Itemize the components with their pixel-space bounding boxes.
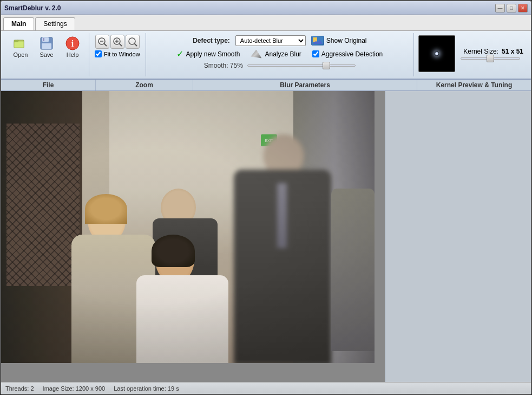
tab-settings[interactable]: Settings xyxy=(35,17,75,30)
right-panel xyxy=(385,91,531,382)
kernel-dot xyxy=(435,51,439,56)
show-original-label: Show Original xyxy=(326,37,367,44)
toolbar-zoom-section: Fit to Window xyxy=(89,33,146,76)
analyze-icon xyxy=(251,50,261,59)
svg-line-16 xyxy=(134,44,137,47)
analyze-blur-label: Analyze Blur xyxy=(265,50,301,58)
kernel-preview xyxy=(418,35,455,72)
open-label: Open xyxy=(14,51,28,58)
toolbar-blur-section: Defect type: Auto-detect Blur Motion Blu… xyxy=(146,33,414,76)
show-original-button[interactable]: Show Original xyxy=(311,36,367,46)
kernel-controls: Kernel Size: 51 x 51 xyxy=(461,48,523,60)
photo-warm-overlay xyxy=(1,91,375,363)
last-operation-status: Last operation time: 19 s xyxy=(114,385,179,392)
svg-rect-4 xyxy=(43,38,44,41)
svg-line-9 xyxy=(104,44,107,47)
help-icon: i xyxy=(65,36,80,51)
kernel-slider-row xyxy=(461,57,523,60)
aggressive-detection-option[interactable]: Aggressive Detection xyxy=(312,50,383,58)
image-size-status: Image Size: 1200 x 900 xyxy=(43,385,106,392)
title-bar: SmartDeblur v. 2.0 — □ ✕ xyxy=(1,1,531,15)
svg-rect-5 xyxy=(42,43,51,49)
analyze-blur-button[interactable]: Analyze Blur xyxy=(251,50,301,59)
minimize-button[interactable]: — xyxy=(495,4,505,12)
section-labels: File Zoom Blur Parameters Kernel Preview… xyxy=(1,80,531,91)
toolbar: Open Save xyxy=(1,31,531,80)
kernel-size-value: 51 x 51 xyxy=(502,48,523,55)
zoom-section-label: Zoom xyxy=(96,80,193,90)
apply-smooth-button[interactable]: ✓ Apply new Smooth xyxy=(176,49,240,59)
save-label: Save xyxy=(40,51,53,58)
kernel-top: Kernel Size: 51 x 51 xyxy=(418,35,523,72)
help-button[interactable]: i Help xyxy=(61,34,84,60)
fit-to-window-label: Fit to Window xyxy=(104,51,140,57)
zoom-in-button[interactable] xyxy=(110,35,124,49)
aggressive-detection-label: Aggressive Detection xyxy=(321,50,383,58)
image-area: EXIT xyxy=(1,91,385,382)
app-window: SmartDeblur v. 2.0 — □ ✕ Main Settings xyxy=(0,0,532,395)
kernel-size-slider[interactable] xyxy=(461,57,520,60)
help-label: Help xyxy=(67,51,79,58)
fit-to-window-checkbox[interactable] xyxy=(95,50,102,57)
apply-smooth-label: Apply new Smooth xyxy=(186,50,240,58)
save-icon xyxy=(39,36,54,51)
maximize-button[interactable]: □ xyxy=(507,4,516,12)
kernel-size-label: Kernel Size: xyxy=(463,48,498,55)
zoom-out-button[interactable] xyxy=(95,35,109,49)
svg-rect-1 xyxy=(14,40,18,42)
title-text: SmartDeblur v. 2.0 xyxy=(4,4,61,12)
aggressive-detection-checkbox[interactable] xyxy=(312,50,319,57)
defect-type-label: Defect type: xyxy=(193,37,230,44)
svg-text:i: i xyxy=(71,39,74,48)
apply-smooth-check-icon: ✓ xyxy=(176,49,183,59)
svg-point-15 xyxy=(129,38,135,44)
defect-type-row: Defect type: Auto-detect Blur Motion Blu… xyxy=(193,35,366,46)
show-original-icon xyxy=(311,36,324,46)
photo-pwl-hair xyxy=(85,194,127,224)
svg-line-12 xyxy=(119,44,122,47)
blur-params-section-label: Blur Parameters xyxy=(193,80,417,90)
photo-pwc-hair xyxy=(152,235,195,267)
close-button[interactable]: ✕ xyxy=(518,4,528,12)
apply-smooth-row: ✓ Apply new Smooth Analyze Blur Aggressi… xyxy=(176,49,383,59)
save-button[interactable]: Save xyxy=(35,34,58,60)
defect-type-select[interactable]: Auto-detect Blur Motion Blur Gaussian Bl… xyxy=(235,35,306,46)
zoom-buttons xyxy=(95,35,140,49)
threads-status: Threads: 2 xyxy=(5,385,34,392)
file-section-label: File xyxy=(1,80,96,90)
open-icon xyxy=(13,36,28,51)
main-content: EXIT xyxy=(1,91,531,382)
toolbar-file-section: Open Save xyxy=(4,33,89,76)
svg-point-20 xyxy=(314,38,316,40)
smooth-label: Smooth: 75% xyxy=(204,62,243,69)
smooth-row: Smooth: 75% xyxy=(204,62,356,69)
status-bar: Threads: 2 Image Size: 1200 x 900 Last o… xyxy=(1,382,531,394)
kernel-section-label: Kernel Preview & Tuning xyxy=(417,80,531,90)
window-controls: — □ ✕ xyxy=(495,4,528,12)
open-button[interactable]: Open xyxy=(9,34,32,60)
smooth-slider[interactable] xyxy=(247,64,356,67)
zoom-actual-button[interactable] xyxy=(126,35,140,49)
menu-tabs: Main Settings xyxy=(1,15,531,31)
tab-main[interactable]: Main xyxy=(3,17,34,30)
fit-to-window-option[interactable]: Fit to Window xyxy=(95,50,140,57)
toolbar-kernel-section: Kernel Size: 51 x 51 xyxy=(414,33,528,76)
photo-display: EXIT xyxy=(1,91,375,363)
